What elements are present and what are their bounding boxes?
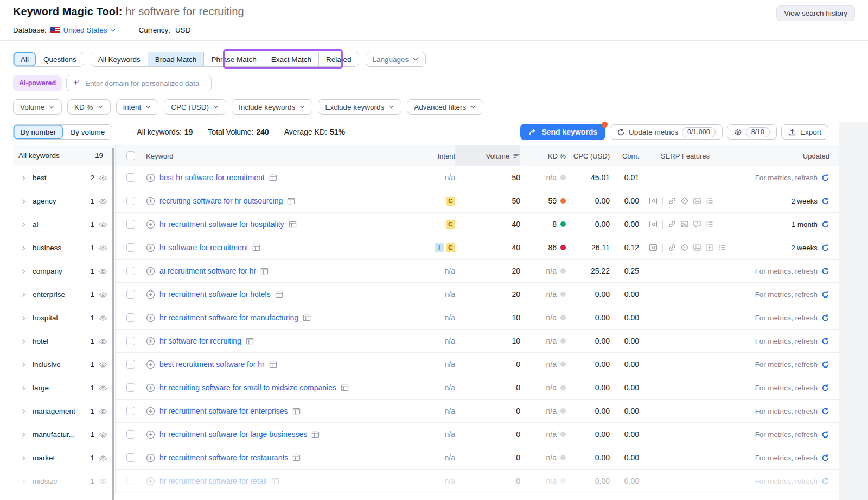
keyword-link[interactable]: hr recruitment software for restaurants: [159, 453, 288, 462]
keyword-link[interactable]: recruiting software for hr outsourcing: [159, 197, 283, 205]
col-kd[interactable]: KD %: [520, 152, 566, 160]
row-checkbox[interactable]: [126, 267, 135, 275]
eye-icon[interactable]: [99, 244, 107, 252]
tab-exact-match[interactable]: Exact Match: [264, 52, 318, 66]
keyword-link[interactable]: hr recruitment software for hotels: [159, 290, 271, 299]
all-keywords-header[interactable]: All keywords 19: [13, 145, 115, 166]
eye-icon[interactable]: [99, 174, 107, 182]
keyword-link[interactable]: best recruitment software for hr: [159, 360, 265, 369]
by-volume-toggle[interactable]: By volume: [63, 125, 112, 139]
tab-questions[interactable]: Questions: [36, 52, 84, 66]
eye-icon[interactable]: [99, 407, 107, 416]
col-updated[interactable]: Updated: [731, 152, 829, 160]
serp-card-icon[interactable]: [269, 174, 277, 182]
refresh-icon[interactable]: [821, 431, 829, 439]
serp-card-icon[interactable]: [289, 220, 297, 229]
eye-icon[interactable]: [99, 220, 107, 229]
keyword-link[interactable]: hr recruitment software for enterprises: [159, 407, 288, 415]
row-checkbox[interactable]: [126, 290, 135, 299]
refresh-icon[interactable]: [821, 174, 829, 182]
eye-icon[interactable]: [99, 267, 107, 276]
row-checkbox[interactable]: [126, 197, 135, 205]
row-checkbox[interactable]: [126, 360, 135, 369]
row-checkbox[interactable]: [126, 220, 135, 229]
select-all-checkbox[interactable]: [126, 151, 135, 160]
eye-icon[interactable]: [99, 290, 107, 299]
col-keyword[interactable]: Keyword: [146, 152, 417, 160]
refresh-icon[interactable]: [821, 407, 829, 415]
keyword-link[interactable]: hr recruitment software for retail: [159, 477, 267, 485]
add-keyword-icon[interactable]: [146, 173, 155, 182]
refresh-icon[interactable]: [821, 454, 829, 462]
eye-icon[interactable]: [99, 337, 107, 346]
export-button[interactable]: Export: [781, 124, 828, 140]
sidebar-group-midsize[interactable]: midsize 1: [13, 470, 115, 493]
keyword-link[interactable]: hr recruitment software for manufacturin…: [159, 313, 298, 322]
serp-card-icon[interactable]: [275, 290, 283, 299]
add-keyword-icon[interactable]: [146, 267, 155, 276]
tab-all-keywords[interactable]: All Keywords: [91, 52, 148, 66]
sidebar-group-ai[interactable]: ai 1: [13, 213, 115, 236]
add-keyword-icon[interactable]: [146, 360, 155, 369]
refresh-icon[interactable]: [821, 267, 829, 275]
col-volume[interactable]: Volume: [455, 145, 520, 166]
row-checkbox[interactable]: [126, 337, 135, 345]
sidebar-group-hospital[interactable]: hospital 1: [13, 306, 115, 330]
add-keyword-icon[interactable]: [146, 337, 155, 346]
add-keyword-icon[interactable]: [146, 430, 155, 439]
col-com[interactable]: Com.: [610, 152, 639, 160]
eye-icon[interactable]: [99, 197, 107, 206]
filter-include-keywords-dropdown[interactable]: Include keywords: [232, 99, 312, 115]
eye-icon[interactable]: [99, 314, 107, 322]
keyword-link[interactable]: hr software for recruitment: [159, 243, 248, 252]
send-keywords-button[interactable]: Send keywords: [520, 124, 605, 140]
refresh-icon[interactable]: [821, 220, 829, 229]
database-selector[interactable]: United States: [63, 26, 116, 34]
sidebar-group-best[interactable]: best 2: [13, 166, 115, 189]
refresh-icon[interactable]: [821, 360, 829, 369]
row-checkbox[interactable]: [126, 243, 135, 252]
serp-card-icon[interactable]: [287, 197, 295, 205]
refresh-icon[interactable]: [821, 384, 829, 392]
serp-card-icon[interactable]: [246, 337, 254, 345]
add-keyword-icon[interactable]: [146, 407, 155, 416]
sidebar-group-agency[interactable]: agency 1: [13, 189, 115, 213]
add-keyword-icon[interactable]: [146, 313, 155, 322]
view-search-history-button[interactable]: View search history: [776, 5, 855, 21]
sidebar-group-enterprise[interactable]: enterprise 1: [13, 283, 115, 306]
refresh-icon[interactable]: [821, 477, 829, 485]
serp-card-icon[interactable]: [271, 477, 279, 485]
sidebar-group-market[interactable]: market 1: [13, 446, 115, 470]
add-keyword-icon[interactable]: [146, 453, 155, 463]
serp-card-icon[interactable]: [252, 244, 260, 252]
eye-icon[interactable]: [99, 454, 107, 463]
row-checkbox[interactable]: [126, 453, 135, 462]
tab-all[interactable]: All: [14, 52, 36, 66]
row-checkbox[interactable]: [126, 430, 135, 439]
serp-card-icon[interactable]: [292, 454, 301, 462]
row-checkbox[interactable]: [126, 407, 135, 415]
filter-kd-dropdown[interactable]: KD %: [67, 99, 111, 115]
col-cpc[interactable]: CPC (USD): [566, 152, 610, 160]
serp-card-icon[interactable]: [303, 314, 311, 322]
domain-input[interactable]: [85, 79, 206, 87]
col-intent[interactable]: Intent: [417, 152, 455, 160]
filter-exclude-keywords-dropdown[interactable]: Exclude keywords: [318, 99, 401, 115]
eye-icon[interactable]: [99, 360, 107, 369]
keyword-link[interactable]: hr recruitment software for large busine…: [159, 430, 307, 439]
add-keyword-icon[interactable]: [146, 197, 155, 206]
refresh-icon[interactable]: [821, 197, 829, 205]
keyword-link[interactable]: best hr software for recruitment: [159, 173, 265, 182]
settings-button[interactable]: 8/10: [727, 124, 777, 140]
by-number-toggle[interactable]: By number: [14, 125, 63, 139]
sidebar-group-management[interactable]: management 1: [13, 400, 115, 423]
serp-card-icon[interactable]: [260, 267, 269, 275]
filter-intent-dropdown[interactable]: Intent: [116, 99, 159, 115]
sidebar-group-business[interactable]: business 1: [13, 236, 115, 260]
filter-cpc-usd-dropdown[interactable]: CPC (USD): [164, 99, 226, 115]
row-checkbox[interactable]: [126, 383, 135, 392]
sidebar-group-large[interactable]: large 1: [13, 376, 115, 400]
serp-card-icon[interactable]: [269, 360, 277, 369]
sidebar-group-inclusive[interactable]: inclusive 1: [13, 353, 115, 376]
refresh-icon[interactable]: [821, 314, 829, 322]
